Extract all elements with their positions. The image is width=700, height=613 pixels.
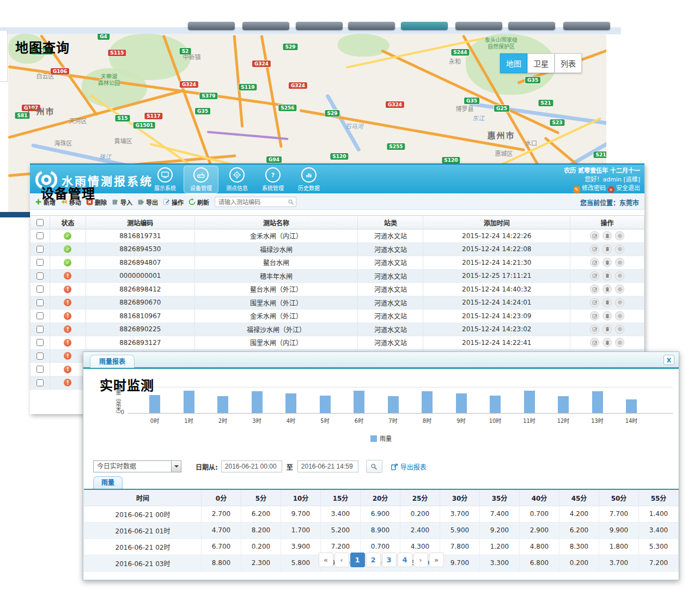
search-input[interactable]	[218, 197, 286, 207]
row-cell	[570, 270, 644, 283]
cutoff-nav-button[interactable]	[296, 22, 343, 30]
edit-icon[interactable]	[590, 284, 599, 294]
close-icon[interactable]: X	[664, 355, 674, 365]
row-checkbox[interactable]	[36, 232, 44, 239]
trash-icon[interactable]	[602, 245, 612, 254]
pager-nav-button[interactable]: ‹	[334, 553, 349, 567]
pager-nav-button[interactable]: «	[319, 553, 333, 567]
chevron-down-icon[interactable]	[171, 461, 181, 472]
date-from-input[interactable]	[221, 460, 282, 472]
row-checkbox[interactable]	[36, 353, 44, 360]
query-button[interactable]	[366, 460, 382, 473]
trash-icon[interactable]	[602, 284, 612, 294]
row-checkbox[interactable]	[36, 259, 44, 266]
row-checkbox-cell	[31, 336, 50, 349]
row-checkbox-cell	[31, 323, 50, 336]
nav-system-management[interactable]: ? 系统管理	[255, 166, 290, 193]
edit-icon[interactable]	[590, 338, 599, 347]
nav-display-system[interactable]: 展示系统	[148, 166, 182, 193]
gear-icon[interactable]	[615, 298, 624, 307]
trash-icon[interactable]	[602, 325, 612, 334]
edit-icon[interactable]	[590, 258, 599, 267]
operate-button[interactable]: 操作	[163, 198, 184, 207]
cutoff-nav-button[interactable]	[188, 22, 235, 30]
map-type-button-卫星[interactable]: 卫星	[527, 53, 555, 73]
row-cell: 2015-12-24 14:22:08	[423, 243, 570, 256]
rain-header-cell: 5分	[241, 489, 281, 506]
row-checkbox[interactable]	[36, 366, 44, 373]
date-to-input[interactable]	[297, 460, 358, 472]
gear-icon[interactable]	[615, 338, 624, 347]
row-checkbox[interactable]	[36, 286, 44, 293]
road-line	[233, 35, 244, 128]
gear-icon[interactable]	[615, 258, 624, 267]
table-row: !0000000001穗丰年水闸河道水文站2015-12-25 17:11:21	[31, 270, 644, 283]
road-badge: S23	[550, 119, 564, 126]
edit-icon[interactable]	[590, 231, 599, 240]
edit-icon[interactable]	[590, 311, 599, 320]
export-button[interactable]: 导出	[137, 198, 158, 207]
cutoff-nav-button[interactable]	[455, 22, 502, 30]
tab-rain-report[interactable]: 雨量报表	[90, 355, 135, 368]
gear-icon[interactable]	[615, 245, 624, 254]
row-checkbox[interactable]	[36, 326, 44, 333]
export-report-link[interactable]: 导出报表	[391, 462, 427, 471]
cutoff-nav-button[interactable]	[563, 22, 610, 30]
gear-icon[interactable]	[615, 284, 624, 294]
row-cell: 2015-12-24 14:40:32	[423, 283, 570, 296]
gear-icon[interactable]	[615, 311, 624, 320]
x-axis-line	[128, 413, 673, 414]
nav-device-management[interactable]: 设备管理	[184, 166, 218, 193]
pager-page-2[interactable]: 2	[366, 553, 381, 567]
trash-icon[interactable]	[602, 231, 612, 240]
pager-page-1[interactable]: 1	[350, 553, 365, 567]
pager-page-4[interactable]: 4	[398, 553, 412, 567]
import-button[interactable]: 导入	[112, 198, 132, 207]
data-range-select[interactable]: 今日实时数据	[93, 460, 181, 472]
rain-header-cell: 50分	[599, 489, 639, 506]
logout-link[interactable]: 安全退出	[616, 185, 640, 192]
gear-icon[interactable]	[615, 231, 624, 240]
pager-nav-button[interactable]: »	[429, 553, 444, 567]
row-checkbox[interactable]	[36, 379, 44, 386]
row-checkbox[interactable]	[36, 312, 44, 319]
trash-icon[interactable]	[602, 258, 612, 267]
row-checkbox[interactable]	[36, 339, 44, 346]
map-type-button-地图[interactable]: 地图	[500, 53, 527, 73]
row-checkbox[interactable]	[36, 299, 44, 306]
rain-value-cell: 4.200	[559, 506, 599, 522]
refresh-button[interactable]: 刷新	[188, 198, 209, 207]
trash-icon[interactable]	[602, 338, 612, 347]
status-error-icon: !	[64, 379, 71, 386]
road-badge: S117	[144, 113, 162, 119]
edit-icon[interactable]	[590, 245, 599, 254]
gear-icon[interactable]	[615, 271, 624, 281]
row-checkbox[interactable]	[36, 272, 44, 280]
gear-icon[interactable]	[615, 325, 624, 334]
cutoff-nav-button[interactable]	[242, 22, 289, 30]
cutoff-nav-button[interactable]	[401, 22, 448, 30]
edit-icon[interactable]	[590, 271, 599, 281]
cutoff-nav-button[interactable]	[348, 22, 395, 30]
rain-value-cell: 4.700	[202, 522, 241, 538]
station-code-search[interactable]	[215, 197, 296, 207]
date-from-label: 日期从:	[196, 462, 218, 471]
trash-icon[interactable]	[602, 311, 612, 320]
map-type-button-列表[interactable]: 列表	[555, 53, 582, 73]
pager-page-3[interactable]: 3	[382, 553, 397, 567]
select-all-checkbox[interactable]	[36, 219, 44, 226]
change-password-link[interactable]: 修改密码	[582, 185, 606, 192]
cutoff-nav-button[interactable]	[508, 22, 555, 30]
row-checkbox[interactable]	[36, 246, 44, 253]
search-icon[interactable]	[288, 199, 294, 205]
nav-history-data[interactable]: 历史数据	[291, 166, 326, 193]
tab-rain[interactable]: 雨量	[93, 476, 123, 489]
table-row: !8826893127围里水闸（内江）河道水文站2015-12-24 14:22…	[31, 336, 644, 350]
trash-icon[interactable]	[602, 271, 612, 281]
header-cell: 测站编码	[86, 216, 195, 229]
trash-icon[interactable]	[602, 298, 612, 307]
pager-nav-button[interactable]: ›	[413, 553, 428, 567]
edit-icon[interactable]	[590, 325, 599, 334]
edit-icon[interactable]	[590, 298, 599, 307]
nav-station-info[interactable]: 测点信息	[220, 166, 254, 193]
